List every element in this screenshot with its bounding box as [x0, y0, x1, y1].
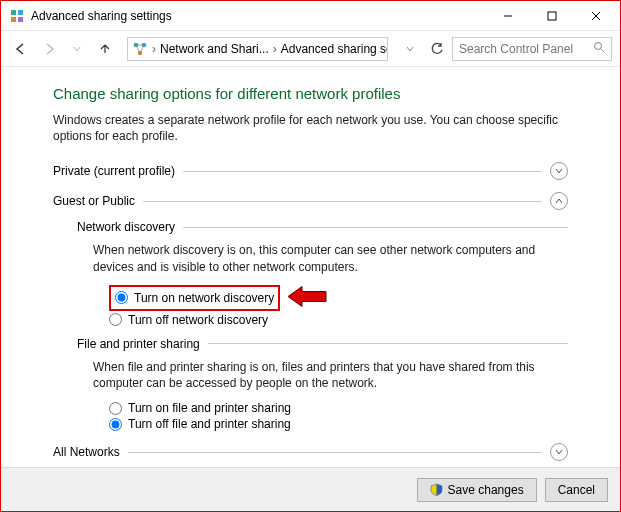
network-discovery-title: Network discovery — [77, 220, 175, 234]
section-network-discovery: Network discovery When network discovery… — [77, 220, 568, 326]
search-placeholder: Search Control Panel — [459, 42, 573, 56]
chevron-right-icon: › — [271, 42, 279, 56]
content-pane: Change sharing options for different net… — [1, 67, 620, 467]
profile-guest-public: Guest or Public Network discovery When n… — [53, 192, 568, 431]
profile-private-header[interactable]: Private (current profile) — [53, 162, 568, 180]
radio-discovery-on-label: Turn on network discovery — [134, 291, 274, 305]
svg-rect-5 — [548, 12, 556, 20]
radio-discovery-on[interactable]: Turn on network discovery — [115, 291, 274, 305]
search-input[interactable]: Search Control Panel — [452, 37, 612, 61]
nav-forward-button[interactable] — [37, 37, 61, 61]
divider — [143, 201, 542, 202]
close-button[interactable] — [574, 2, 618, 30]
profile-all-networks: All Networks — [53, 443, 568, 461]
radio-fps-off-input[interactable] — [109, 418, 122, 431]
svg-rect-1 — [18, 10, 23, 15]
refresh-button[interactable] — [426, 38, 448, 60]
profile-all-label: All Networks — [53, 445, 120, 459]
window-frame: Advanced sharing settings › Network and … — [0, 0, 621, 512]
network-discovery-options: Turn on network discovery Turn off netwo… — [109, 285, 568, 327]
nav-recent-button[interactable] — [65, 37, 89, 61]
profile-private-label: Private (current profile) — [53, 164, 175, 178]
divider — [208, 343, 568, 344]
fps-header: File and printer sharing — [77, 337, 568, 351]
save-changes-label: Save changes — [448, 483, 524, 497]
breadcrumb-item-network[interactable]: Network and Shari... — [160, 42, 269, 56]
minimize-button[interactable] — [486, 2, 530, 30]
fps-options: Turn on file and printer sharing Turn of… — [109, 401, 568, 431]
window-controls — [486, 2, 618, 30]
radio-fps-off-label: Turn off file and printer sharing — [128, 417, 291, 431]
nav-up-button[interactable] — [93, 37, 117, 61]
radio-discovery-on-input[interactable] — [115, 291, 128, 304]
nav-bar: › Network and Shari... › Advanced sharin… — [1, 31, 620, 67]
fps-desc: When file and printer sharing is on, fil… — [93, 359, 568, 391]
svg-line-12 — [601, 49, 604, 52]
window-title: Advanced sharing settings — [31, 9, 486, 23]
breadcrumb[interactable]: › Network and Shari... › Advanced sharin… — [127, 37, 388, 61]
footer-bar: Save changes Cancel — [1, 467, 620, 511]
divider — [128, 452, 542, 453]
page-heading: Change sharing options for different net… — [53, 85, 568, 102]
svg-rect-3 — [18, 17, 23, 22]
divider — [183, 227, 568, 228]
annotation-highlight: Turn on network discovery — [109, 285, 280, 311]
svg-rect-2 — [11, 17, 16, 22]
profile-guest-label: Guest or Public — [53, 194, 135, 208]
radio-fps-on[interactable]: Turn on file and printer sharing — [109, 401, 568, 415]
network-discovery-desc: When network discovery is on, this compu… — [93, 242, 568, 274]
breadcrumb-item-advanced[interactable]: Advanced sharing settings — [281, 42, 388, 56]
radio-discovery-off[interactable]: Turn off network discovery — [109, 313, 568, 327]
save-changes-button[interactable]: Save changes — [417, 478, 537, 502]
profile-all-header[interactable]: All Networks — [53, 443, 568, 461]
titlebar: Advanced sharing settings — [1, 1, 620, 31]
network-discovery-header: Network discovery — [77, 220, 568, 234]
chevron-up-icon[interactable] — [550, 192, 568, 210]
radio-fps-on-label: Turn on file and printer sharing — [128, 401, 291, 415]
nav-back-button[interactable] — [9, 37, 33, 61]
search-icon — [593, 41, 605, 56]
svg-rect-0 — [11, 10, 16, 15]
cancel-label: Cancel — [558, 483, 595, 497]
fps-title: File and printer sharing — [77, 337, 200, 351]
radio-fps-off[interactable]: Turn off file and printer sharing — [109, 417, 568, 431]
section-file-printer-sharing: File and printer sharing When file and p… — [77, 337, 568, 431]
svg-marker-13 — [288, 286, 326, 306]
radio-fps-on-input[interactable] — [109, 402, 122, 415]
chevron-down-icon[interactable] — [550, 443, 568, 461]
svg-point-11 — [595, 43, 602, 50]
uac-shield-icon — [430, 483, 443, 496]
profile-private: Private (current profile) — [53, 162, 568, 180]
chevron-right-icon: › — [150, 42, 158, 56]
annotation-arrow-icon — [286, 284, 328, 311]
network-sharing-icon — [132, 41, 148, 57]
radio-discovery-off-label: Turn off network discovery — [128, 313, 268, 327]
control-panel-icon — [9, 8, 25, 24]
divider — [183, 171, 542, 172]
profile-guest-header[interactable]: Guest or Public — [53, 192, 568, 210]
maximize-button[interactable] — [530, 2, 574, 30]
page-intro: Windows creates a separate network profi… — [53, 112, 568, 144]
radio-discovery-off-input[interactable] — [109, 313, 122, 326]
breadcrumb-dropdown[interactable] — [398, 37, 422, 61]
chevron-down-icon[interactable] — [550, 162, 568, 180]
cancel-button[interactable]: Cancel — [545, 478, 608, 502]
